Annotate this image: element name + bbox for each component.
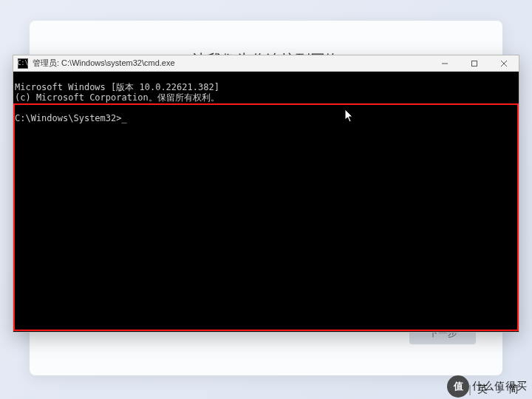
watermark-badge: 值 [447,375,469,398]
watermark: 值 什么值得买 [447,375,528,398]
svg-rect-1 [472,61,477,66]
minimize-button[interactable] [430,55,460,72]
titlebar[interactable]: C:\ 管理员: C:\Windows\system32\cmd.exe [13,55,519,72]
maximize-button[interactable] [460,55,489,72]
cmd-window: C:\ 管理员: C:\Windows\system32\cmd.exe Mic… [13,55,519,332]
console-area[interactable]: Microsoft Windows [版本 10.0.22621.382] (c… [13,72,519,332]
close-button[interactable] [489,55,519,72]
window-title: 管理员: C:\Windows\system32\cmd.exe [33,58,175,69]
watermark-text: 什么值得买 [472,380,528,393]
console-line: (c) Microsoft Corporation。保留所有权利。 [15,92,219,103]
console-line: Microsoft Windows [版本 10.0.22621.382] [15,82,219,92]
cmd-icon: C:\ [18,58,28,69]
console-prompt: C:\Windows\System32> [15,113,127,123]
